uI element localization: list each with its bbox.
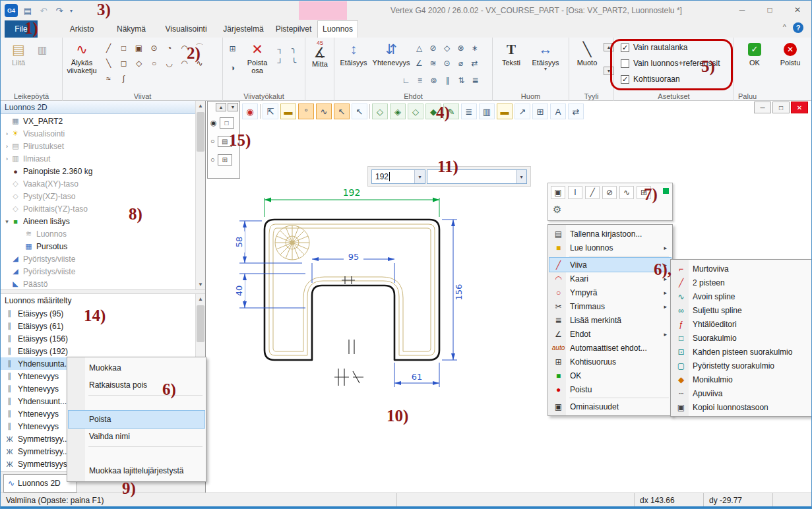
separator[interactable] [369, 104, 370, 119]
line-tool-icon[interactable]: ╱ [101, 41, 116, 55]
submenu-item[interactable]: ⌐ Murtoviiva [672, 262, 810, 276]
ruler-icon[interactable]: ▬ [280, 104, 296, 119]
tree-item[interactable]: ▾ ■ Aineen lisäys [1, 215, 195, 227]
constraint-icon[interactable]: ∠ [412, 56, 426, 70]
menu-item[interactable]: Poista [69, 411, 204, 428]
line-tool-icon[interactable]: ◠ [177, 41, 192, 55]
corner-tool-icon[interactable]: ┘ [273, 55, 287, 69]
checkbox-icon[interactable] [621, 59, 629, 68]
line-tool-icon[interactable]: ∿ [192, 56, 207, 70]
settings-checkbox[interactable]: Vain luonnos+referenssit [621, 59, 720, 68]
edit-sketch-icon[interactable]: ✎ [443, 104, 459, 119]
constraint-icon[interactable]: ⊚ [427, 73, 441, 87]
panel-splitter[interactable] [1, 289, 205, 294]
close-button[interactable]: ✕ [784, 1, 811, 19]
canvas-close-button[interactable]: ✕ [791, 102, 808, 113]
ok-indicator-icon[interactable] [663, 188, 669, 194]
export-icon[interactable]: ↗ [515, 104, 530, 119]
menu-item[interactable]: ■ Lue luonnos ▸ [549, 241, 671, 254]
menu-item[interactable]: Muokkaa [69, 359, 204, 376]
separator[interactable] [260, 104, 261, 119]
line-tool-icon[interactable]: ◇ [131, 56, 146, 70]
expand-arrow-icon[interactable]: › [3, 143, 11, 150]
constraint-icon[interactable]: ⇅ [454, 73, 468, 87]
toolbox-option[interactable]: ○ ⊞ [209, 150, 238, 169]
tree-item[interactable]: › ☀ Visualisointi [1, 127, 195, 140]
line-tool-icon[interactable]: ◑ [226, 61, 239, 75]
scrollbar-thumb[interactable] [197, 305, 204, 342]
line-tool-icon[interactable]: ∫ [116, 71, 131, 85]
smart-polyline-button[interactable]: ∿ Älykäs viivaketju [64, 40, 100, 88]
submenu-item[interactable]: ▢ Pyöristetty suorakulmio [672, 359, 810, 373]
corner-tool-icon[interactable]: ┐ [273, 42, 287, 55]
menu-item[interactable]: ▤ Tallenna kirjastoon... [549, 227, 671, 241]
menu-item[interactable]: ◠ Kaari ▸ [549, 272, 671, 285]
tree-item[interactable]: ◢ Pyöristys/viiste [1, 253, 195, 265]
line-tool-icon[interactable]: ╱ [585, 186, 600, 199]
menu-item[interactable]: ■ OK [549, 369, 671, 382]
tree-item[interactable]: ◇ Vaaka(XY)-taso [1, 177, 195, 190]
dim-95[interactable]: 95 [312, 251, 394, 283]
menu-item[interactable] [69, 394, 204, 411]
tree-item[interactable]: › ▥ Ilmiasut [1, 152, 195, 165]
scrollbar-thumb[interactable] [197, 112, 204, 152]
delete-part-button[interactable]: ✕ Poista osa [243, 40, 272, 88]
dim-61[interactable]: 61 [394, 363, 439, 387]
ok-button[interactable]: ✓ OK [739, 40, 770, 88]
menu-item[interactable]: ✂ Trimmaus ▸ [549, 299, 671, 313]
line-tool-icon[interactable]: ⌒ [192, 41, 207, 55]
dim-note-button[interactable]: ↔ Etäisyys ▾ [527, 40, 564, 88]
part-outline[interactable] [265, 220, 439, 360]
constraint-icon[interactable]: ⇄ [468, 56, 482, 70]
shape-style-button[interactable]: ╲ Muoto [572, 40, 602, 88]
radio-icon[interactable]: ◉ [210, 119, 217, 127]
constraint-icon[interactable]: ∟ [399, 73, 413, 87]
tree-item[interactable]: › ▤ Piirustukset [1, 140, 195, 152]
tab-file[interactable]: File [5, 20, 38, 38]
submenu-item[interactable]: ƒ Yhtälöeditori [672, 317, 810, 331]
checkbox-icon[interactable]: ✓ [621, 75, 629, 84]
pin-icon[interactable]: ◉ [242, 104, 258, 119]
redo-icon[interactable]: ↷ [52, 3, 67, 18]
snap-angle-icon[interactable]: ° [298, 104, 314, 119]
line-tool-icon[interactable]: ○ [146, 56, 162, 70]
exit-button[interactable]: ✕ Poistu [774, 40, 807, 88]
constraint-icon[interactable]: ∗ [468, 41, 482, 55]
plane-view-icon[interactable]: ◇ [408, 104, 423, 119]
help-icon[interactable]: ? [793, 22, 803, 33]
scroll-down-icon[interactable]: ▼ [196, 280, 205, 289]
tab-visualisointi[interactable]: Visualisointi [156, 20, 216, 38]
menu-item[interactable] [69, 445, 204, 462]
menu-item[interactable]: auto Automaattiset ehdot... [549, 341, 671, 355]
line-tool-icon[interactable]: ◔ [162, 41, 177, 55]
corner-tool-icon[interactable]: ╮ [287, 42, 301, 55]
copy-icon[interactable]: ▥ [38, 44, 47, 56]
menu-item[interactable]: ● Poistu [549, 382, 671, 396]
pointer-icon[interactable]: ↖ [352, 104, 367, 119]
dim-40[interactable]: 40 [234, 274, 305, 308]
tree-scrollbar[interactable]: ▲ ▼ [195, 101, 205, 289]
qat-more-icon[interactable]: ▾ [67, 3, 76, 18]
tree-item[interactable]: ▦ VX_PART2 [1, 115, 195, 127]
menu-item[interactable]: ○ Ympyrä ▸ [549, 285, 671, 299]
line-tool-icon[interactable]: □ [116, 41, 131, 55]
constraint-item[interactable]: ∥ Etäisyys (192) [1, 345, 195, 357]
list-icon[interactable]: ≣ [461, 104, 477, 119]
submenu-item[interactable]: □ Suorakulmio [672, 331, 810, 345]
scroll-up-icon[interactable]: ▲ [196, 101, 205, 111]
dimension-name-input[interactable]: ▾ [427, 169, 527, 184]
expand-arrow-icon[interactable]: › [3, 156, 11, 162]
grid-icon[interactable]: ⊞ [532, 104, 548, 119]
tab-nakyma[interactable]: Näkymä [108, 20, 155, 38]
constraint-icon[interactable]: ≣ [468, 73, 482, 87]
line-tool-icon[interactable]: ≈ [101, 71, 116, 85]
constraint-item[interactable]: ∥ Etäisyys (95) [1, 307, 195, 320]
style-up-icon[interactable]: ▲ [604, 43, 614, 51]
scroll-up-icon[interactable]: ▲ [196, 294, 205, 304]
line-tool-icon[interactable]: ◠ [177, 56, 192, 70]
plane-view-icon[interactable]: ◇ [372, 104, 388, 119]
toolbox-up-icon[interactable]: ▲ [216, 103, 226, 111]
tab-pistepilvet[interactable]: Pistepilvet [271, 20, 316, 38]
tree-item[interactable]: ≋ Luonnos [1, 227, 195, 240]
corner-tool-icon[interactable]: ╰ [287, 55, 301, 69]
